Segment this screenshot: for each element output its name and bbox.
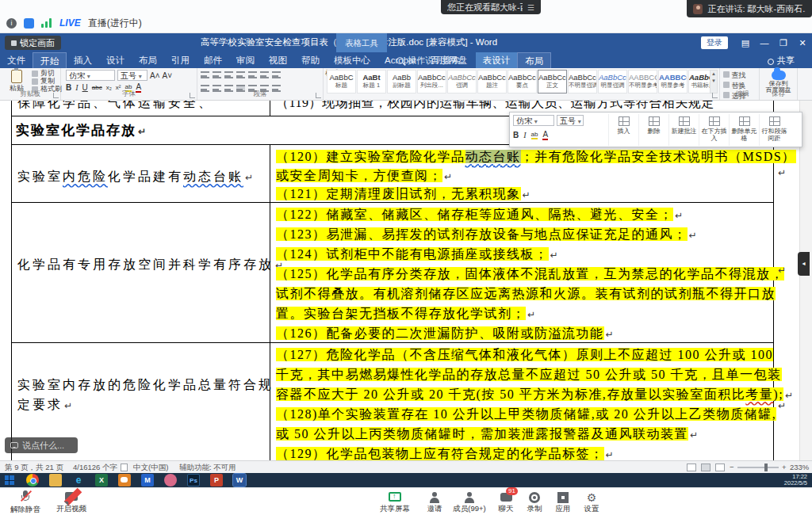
- mini-italic-button[interactable]: I: [523, 131, 526, 139]
- mini-table-button[interactable]: 在下方插入: [699, 114, 729, 146]
- font-size-select[interactable]: 五号 ▾: [117, 70, 147, 81]
- ribbon-tab[interactable]: 文件: [0, 52, 33, 68]
- taskbar-app-icon[interactable]: M: [141, 474, 154, 486]
- grow-font-button[interactable]: A˄: [150, 71, 160, 80]
- mini-font-size-select[interactable]: 五号 ▾: [557, 115, 584, 126]
- style-gallery-item[interactable]: AABBCCD 不明显参考: [628, 70, 657, 93]
- paragraph-dialog-launcher[interactable]: [316, 93, 321, 98]
- ribbon-tab[interactable]: 开始: [33, 52, 67, 68]
- scrollbar-thumb[interactable]: ◂: [798, 252, 810, 276]
- vertical-scrollbar[interactable]: [799, 101, 812, 460]
- unmute-button[interactable]: 解除静音: [6, 490, 44, 515]
- zoom-out-button[interactable]: −: [730, 463, 734, 471]
- page-indicator[interactable]: 第 9 页，共 21 页: [5, 463, 63, 473]
- shrink-font-button[interactable]: A˅: [163, 71, 173, 80]
- context-ribbon-tab[interactable]: 布局: [517, 52, 551, 68]
- print-layout-button[interactable]: [701, 464, 710, 471]
- taskbar-app-icon[interactable]: [3, 474, 16, 486]
- taskbar-app-icon[interactable]: e: [72, 474, 85, 486]
- accessibility-status[interactable]: 辅助功能: 不可用: [179, 463, 236, 473]
- ribbon-tab[interactable]: 视图: [262, 52, 294, 68]
- share-screen-button[interactable]: 共享屏幕: [376, 490, 414, 514]
- style-gallery-item[interactable]: AaBb 副标题: [387, 70, 416, 93]
- zoom-in-button[interactable]: +: [782, 463, 787, 471]
- stream-app-icon[interactable]: [24, 18, 34, 29]
- chat-button[interactable]: 聊天 91: [492, 490, 520, 514]
- ribbon-tab[interactable]: 插入: [67, 52, 99, 68]
- mini-bold-button[interactable]: B: [513, 131, 519, 139]
- login-button[interactable]: 登录: [701, 36, 728, 49]
- mini-highlight-button[interactable]: ab: [531, 131, 538, 139]
- hamburger-icon[interactable]: ☰: [527, 3, 534, 12]
- mini-table-button[interactable]: 删除: [638, 114, 668, 146]
- ribbon-tab[interactable]: 引用: [164, 52, 197, 68]
- mini-font-color-button[interactable]: A: [542, 130, 548, 140]
- read-mode-button[interactable]: [687, 464, 696, 471]
- web-layout-button[interactable]: [715, 464, 725, 471]
- style-gallery-item[interactable]: AaBbCcD 列出段...: [417, 70, 446, 93]
- mini-font-name-select[interactable]: 仿宋 ▾: [513, 115, 554, 126]
- mini-table-button[interactable]: 插入: [608, 114, 638, 146]
- minimize-button[interactable]: —: [755, 33, 774, 52]
- ribbon-tab[interactable]: 帮助: [294, 52, 327, 68]
- word-count[interactable]: 4/16126 个字: [73, 463, 117, 473]
- settings-button[interactable]: ⚙ 设置: [577, 490, 606, 514]
- style-gallery-item[interactable]: AABBCCI 明显参考: [658, 70, 688, 93]
- record-button[interactable]: 录制: [520, 490, 549, 514]
- zoom-level[interactable]: 233%: [790, 463, 809, 471]
- style-gallery-item[interactable]: AaBbCcDd 正文: [538, 70, 567, 93]
- bullets-icon[interactable]: [201, 71, 209, 78]
- restore-button[interactable]: ❐: [774, 33, 793, 52]
- style-gallery-item[interactable]: AaBbCcD 题注: [477, 70, 507, 93]
- font-dialog-launcher[interactable]: [190, 93, 195, 98]
- ribbon-tab[interactable]: 邮件: [197, 52, 229, 68]
- clipboard-dialog-launcher[interactable]: [53, 93, 59, 98]
- stream-chat-input[interactable]: 说点什么...: [5, 437, 78, 453]
- style-gallery-item[interactable]: AaBbCcD 明显强调: [598, 70, 627, 93]
- zoom-slider[interactable]: [737, 467, 779, 468]
- style-gallery-item[interactable]: AaBbCcD 要点: [508, 70, 537, 93]
- ribbon-tab[interactable]: 审阅: [229, 52, 262, 68]
- invite-button[interactable]: 邀请: [420, 490, 449, 514]
- styles-dialog-launcher[interactable]: [712, 93, 718, 98]
- taskbar-app-icon[interactable]: [26, 474, 39, 486]
- watching-tooltip[interactable]: 您正在观看鄢大咏-西南石油..的屏幕 ☰: [441, 0, 541, 14]
- taskbar-app-icon[interactable]: [164, 474, 177, 486]
- decrease-indent-icon[interactable]: [236, 71, 245, 78]
- mini-table-button[interactable]: 行和段落间距: [759, 114, 789, 146]
- tell-me-search[interactable]: 操作说明搜索: [396, 52, 460, 68]
- taskbar-clock[interactable]: 17:22 2022/5/5: [784, 474, 807, 486]
- context-ribbon-tab[interactable]: 表设计: [476, 52, 518, 68]
- sort-icon[interactable]: [260, 71, 269, 78]
- style-gallery-scroll[interactable]: ▲▼: [710, 70, 718, 93]
- ribbon-tab[interactable]: 布局: [132, 52, 164, 68]
- mini-table-button[interactable]: 删除单元格: [729, 114, 759, 146]
- start-video-button[interactable]: 开启视频: [52, 490, 90, 514]
- lock-screen-button[interactable]: 锁定画面: [5, 36, 61, 50]
- share-button[interactable]: 共享: [768, 52, 795, 68]
- show-marks-icon[interactable]: [272, 71, 281, 78]
- members-button[interactable]: 成员(99+): [449, 490, 490, 514]
- numbering-icon[interactable]: [213, 71, 221, 78]
- ribbon-tab[interactable]: 模板中心: [327, 52, 377, 68]
- apps-button[interactable]: 应用: [549, 490, 577, 514]
- taskbar-app-icon[interactable]: Ps: [187, 474, 200, 486]
- font-name-select[interactable]: 仿宋 ▾: [66, 70, 115, 81]
- multilevel-list-icon[interactable]: [224, 71, 233, 78]
- taskbar-app-icon[interactable]: P: [210, 474, 223, 486]
- mini-table-button[interactable]: 新建批注: [668, 114, 699, 146]
- ribbon-tab[interactable]: 设计: [99, 52, 132, 68]
- taskbar-app-icon[interactable]: [118, 474, 131, 486]
- style-gallery-item[interactable]: AaBbCcD 不明显强调: [568, 70, 597, 93]
- find-button[interactable]: 查找: [723, 71, 759, 81]
- stream-info-icon[interactable]: i: [6, 18, 17, 29]
- language-indicator[interactable]: 中文(中国): [133, 463, 168, 473]
- increase-indent-icon[interactable]: [248, 71, 257, 78]
- style-gallery-item[interactable]: AaBbCcD 强调: [447, 70, 477, 93]
- close-button[interactable]: ✕: [793, 33, 812, 52]
- proofing-icon[interactable]: [121, 464, 128, 471]
- taskbar-app-icon[interactable]: [49, 474, 62, 486]
- style-gallery-item[interactable]: AaBt 标题 1: [357, 70, 386, 93]
- ribbon-display-options-button[interactable]: ▤: [736, 33, 755, 52]
- style-gallery-item[interactable]: AaBbC 标题: [327, 70, 356, 93]
